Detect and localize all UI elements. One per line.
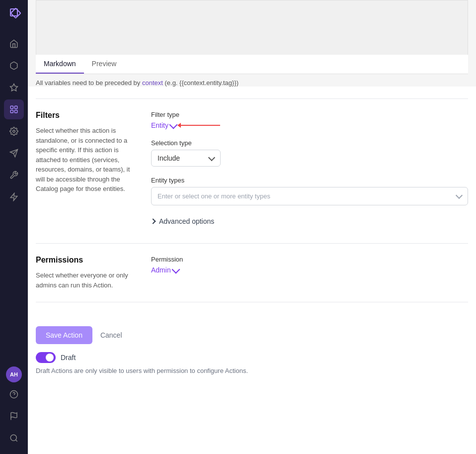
draft-label: Draft [61, 354, 76, 362]
sidebar-item-tools[interactable] [4, 165, 24, 185]
filter-type-row: Entity [151, 121, 468, 129]
sidebar-item-search[interactable] [4, 428, 24, 448]
filters-desc: Select whether this action is standalone… [36, 126, 135, 194]
arrow-annotation [180, 125, 220, 126]
entity-types-input[interactable]: Enter or select one or more entity types [151, 187, 468, 205]
svg-rect-6 [15, 110, 17, 113]
permission-row: Permission Admin [151, 256, 468, 274]
sidebar-item-automations[interactable] [4, 187, 24, 207]
main-content: Markdown Preview All variables need to b… [28, 0, 476, 454]
sidebar: AH [0, 0, 28, 454]
editor-section: Markdown Preview All variables need to b… [28, 0, 476, 87]
sidebar-item-catalog[interactable] [4, 56, 24, 76]
sidebar-item-settings[interactable] [4, 121, 24, 141]
chevron-down-icon [171, 265, 180, 273]
chevron-down-icon [456, 192, 463, 199]
sidebar-item-flags[interactable] [4, 406, 24, 426]
svg-rect-4 [15, 106, 17, 108]
permissions-section: Permissions Select whether everyone or o… [28, 256, 476, 290]
permissions-title: Permissions [36, 256, 135, 265]
divider-3 [36, 302, 468, 302]
entity-dropdown[interactable]: Entity [151, 121, 176, 129]
selection-type-section: Selection type Include [151, 139, 468, 167]
sidebar-item-home[interactable] [4, 34, 24, 54]
button-row: Save Action Cancel [36, 326, 468, 344]
save-button[interactable]: Save Action [36, 326, 92, 344]
filter-type-label: Filter type [151, 111, 468, 118]
draft-row: Draft [36, 352, 468, 363]
tab-markdown[interactable]: Markdown [36, 55, 84, 74]
svg-rect-1 [11, 8, 21, 18]
sidebar-item-favorites[interactable] [4, 78, 24, 97]
sidebar-item-actions[interactable] [4, 99, 24, 119]
tab-preview[interactable]: Preview [84, 55, 125, 74]
permission-dropdown[interactable]: Admin [151, 266, 468, 274]
selection-type-dropdown[interactable]: Include [151, 150, 221, 167]
editor-container[interactable] [36, 0, 468, 55]
filters-title: Filters [36, 111, 135, 120]
entity-types-label: Entity types [151, 177, 468, 184]
svg-point-7 [13, 130, 15, 133]
svg-rect-3 [10, 106, 13, 108]
divider-1 [36, 98, 468, 99]
filters-section: Filters Select whether this action is st… [28, 111, 476, 231]
chevron-down-icon [208, 154, 215, 161]
permissions-desc: Select whether everyone or only admins c… [36, 271, 135, 290]
save-section: Save Action Cancel Draft Draft Actions a… [28, 314, 476, 386]
filters-right: Filter type Entity Selection type Includ… [151, 111, 468, 231]
editor-tabs: Markdown Preview [36, 55, 468, 74]
context-link[interactable]: context [142, 79, 163, 87]
svg-point-14 [10, 435, 16, 441]
avatar[interactable]: AH [6, 366, 22, 382]
draft-description: Draft Actions are only visible to users … [36, 367, 468, 374]
filters-left: Filters Select whether this action is st… [36, 111, 135, 231]
sidebar-item-deploy[interactable] [4, 143, 24, 163]
draft-toggle[interactable] [36, 352, 56, 363]
sidebar-item-help[interactable] [4, 384, 24, 404]
svg-rect-5 [10, 110, 13, 113]
permissions-left: Permissions Select whether everyone or o… [36, 256, 135, 290]
divider-2 [36, 243, 468, 244]
variables-hint: All variables need to be preceded by con… [36, 79, 468, 87]
cancel-button[interactable]: Cancel [98, 326, 124, 344]
red-arrow [180, 125, 220, 126]
entity-types-section: Entity types Enter or select one or more… [151, 177, 468, 205]
svg-marker-10 [10, 193, 17, 201]
logo[interactable] [5, 6, 23, 24]
permission-label: Permission [151, 256, 468, 263]
chevron-right-icon [150, 218, 156, 224]
chevron-down-icon [169, 120, 178, 129]
svg-marker-2 [10, 84, 18, 91]
advanced-options[interactable]: Advanced options [151, 215, 468, 227]
selection-type-label: Selection type [151, 139, 468, 147]
svg-line-15 [15, 440, 17, 441]
permissions-right: Permission Admin [151, 256, 468, 290]
